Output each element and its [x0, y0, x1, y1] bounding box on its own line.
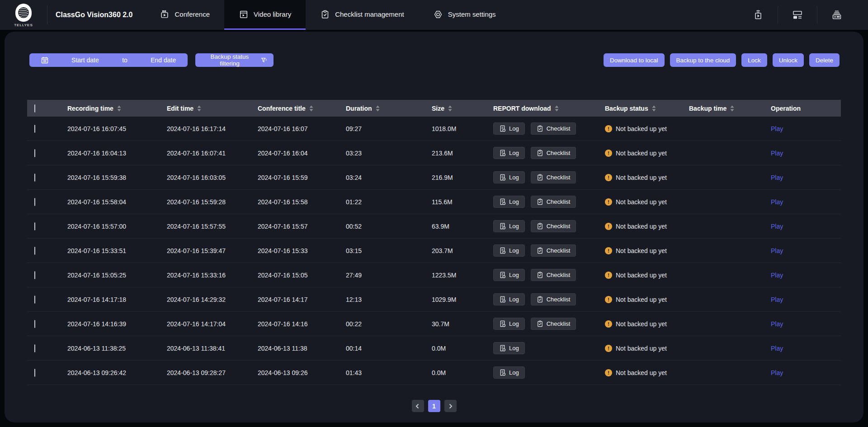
play-link[interactable]: Play — [771, 296, 783, 303]
play-link[interactable]: Play — [771, 223, 783, 230]
backup-status-cell: ! Not backed up yet — [605, 296, 689, 303]
cast-icon[interactable] — [739, 9, 778, 21]
checklist-button[interactable]: Checklist — [531, 147, 576, 159]
prev-page-button[interactable] — [412, 400, 424, 412]
header-report-download[interactable]: REPORT download — [493, 105, 605, 112]
conference-camera-icon — [160, 9, 170, 19]
log-button[interactable]: Log — [493, 318, 525, 330]
play-link[interactable]: Play — [771, 198, 783, 206]
play-link[interactable]: Play — [771, 272, 783, 279]
backup-status-cell: ! Not backed up yet — [605, 320, 689, 328]
checklist-button[interactable]: Checklist — [531, 122, 576, 135]
calendar-icon — [41, 56, 48, 64]
row-checkbox[interactable] — [34, 369, 35, 377]
row-checkbox[interactable] — [34, 296, 35, 304]
checklist-button[interactable]: Checklist — [531, 220, 576, 232]
log-button[interactable]: Log — [493, 147, 525, 159]
delete-button[interactable]: Delete — [809, 53, 840, 67]
header-label: Duration — [346, 105, 372, 112]
checklist-button[interactable]: Checklist — [531, 293, 576, 305]
recording-time-cell: 2024-07-16 15:57:00 — [67, 223, 167, 230]
lock-button[interactable]: Lock — [741, 53, 767, 67]
log-button[interactable]: Log — [493, 171, 525, 183]
play-link[interactable]: Play — [771, 174, 783, 181]
header-label: Backup status — [605, 105, 648, 112]
conference-title-cell: 2024-07-16 14:16 — [258, 320, 346, 328]
play-link[interactable]: Play — [771, 369, 783, 376]
header-size[interactable]: Size — [432, 105, 493, 112]
size-cell: 1018.0M — [432, 125, 493, 132]
backup-status-filter-button[interactable]: Backup status filtering — [195, 53, 274, 67]
tellyes-logo-icon — [15, 4, 32, 22]
play-link[interactable]: Play — [771, 345, 783, 352]
backup-status-text: Not backed up yet — [616, 125, 667, 132]
log-button-label: Log — [509, 296, 519, 303]
checklist-button[interactable]: Checklist — [531, 318, 576, 330]
log-button[interactable]: Log — [493, 342, 525, 354]
header-conference-title[interactable]: Conference title — [258, 105, 346, 112]
log-button[interactable]: Log — [493, 220, 525, 232]
header-backup-status[interactable]: Backup status — [605, 105, 689, 112]
play-link[interactable]: Play — [771, 150, 783, 157]
size-cell: 213.6M — [432, 150, 493, 157]
backup-status-text: Not backed up yet — [616, 174, 667, 181]
start-date-field[interactable]: Start date — [71, 56, 99, 64]
row-checkbox[interactable] — [34, 125, 35, 133]
row-checkbox[interactable] — [34, 149, 35, 157]
select-all-checkbox[interactable] — [34, 104, 35, 113]
row-checkbox[interactable] — [34, 271, 35, 279]
filter-funnel-icon — [261, 57, 267, 64]
play-link[interactable]: Play — [771, 247, 783, 254]
backup-to-cloud-button[interactable]: Backup to the cloud — [670, 53, 736, 67]
duration-cell: 01:22 — [346, 198, 432, 206]
checklist-button[interactable]: Checklist — [531, 196, 576, 208]
row-checkbox[interactable] — [34, 198, 35, 206]
checklist-button[interactable]: Checklist — [531, 171, 576, 183]
play-link[interactable]: Play — [771, 320, 783, 328]
header-recording-time[interactable]: Recording time — [67, 105, 167, 112]
backup-status-cell: ! Not backed up yet — [605, 247, 689, 254]
header-duration[interactable]: Duration — [346, 105, 432, 112]
log-file-icon — [499, 247, 506, 254]
log-button[interactable]: Log — [493, 122, 525, 135]
page-number-button[interactable]: 1 — [428, 400, 440, 412]
log-button[interactable]: Log — [493, 366, 525, 379]
checklist-button-label: Checklist — [547, 272, 571, 278]
checklist-button-label: Checklist — [547, 125, 571, 132]
row-checkbox[interactable] — [34, 174, 35, 182]
table-body: 2024-07-16 16:07:45 2024-07-16 16:17:14 … — [27, 117, 841, 385]
tab-checklist-management[interactable]: Checklist management — [306, 0, 419, 30]
log-button[interactable]: Log — [493, 196, 525, 208]
date-range-separator: to — [122, 56, 127, 64]
layout-icon[interactable] — [778, 9, 817, 21]
end-date-field[interactable]: End date — [151, 56, 176, 64]
row-checkbox[interactable] — [34, 320, 35, 328]
row-checkbox[interactable] — [34, 247, 35, 255]
row-checkbox[interactable] — [34, 344, 35, 352]
main-tabs: Conference Video library Checklist manag… — [145, 0, 510, 30]
utility-icons — [739, 0, 868, 30]
row-checkbox[interactable] — [34, 222, 35, 230]
log-file-icon — [499, 174, 506, 181]
play-link[interactable]: Play — [771, 125, 783, 132]
tab-video-library[interactable]: Video library — [224, 0, 306, 30]
checklist-button[interactable]: Checklist — [531, 244, 576, 257]
tab-system-settings[interactable]: System settings — [419, 0, 510, 30]
next-page-button[interactable] — [444, 400, 457, 412]
download-to-local-button[interactable]: Download to local — [604, 53, 665, 67]
log-button[interactable]: Log — [493, 269, 525, 281]
backup-status-cell: ! Not backed up yet — [605, 198, 689, 206]
unlock-button[interactable]: Unlock — [773, 53, 804, 67]
log-button-label: Log — [509, 198, 519, 205]
header-edit-time[interactable]: Edit time — [167, 105, 258, 112]
report-download-cell: Log Checklist — [493, 147, 605, 159]
tab-conference[interactable]: Conference — [145, 0, 224, 30]
log-button[interactable]: Log — [493, 293, 525, 305]
log-button-label: Log — [509, 247, 519, 254]
recorder-icon[interactable] — [817, 9, 856, 21]
checklist-button[interactable]: Checklist — [531, 269, 576, 281]
date-range-picker[interactable]: Start date to End date — [29, 53, 188, 67]
size-cell: 0.0M — [432, 369, 493, 376]
log-button[interactable]: Log — [493, 244, 525, 257]
header-backup-time[interactable]: Backup time — [689, 105, 771, 112]
